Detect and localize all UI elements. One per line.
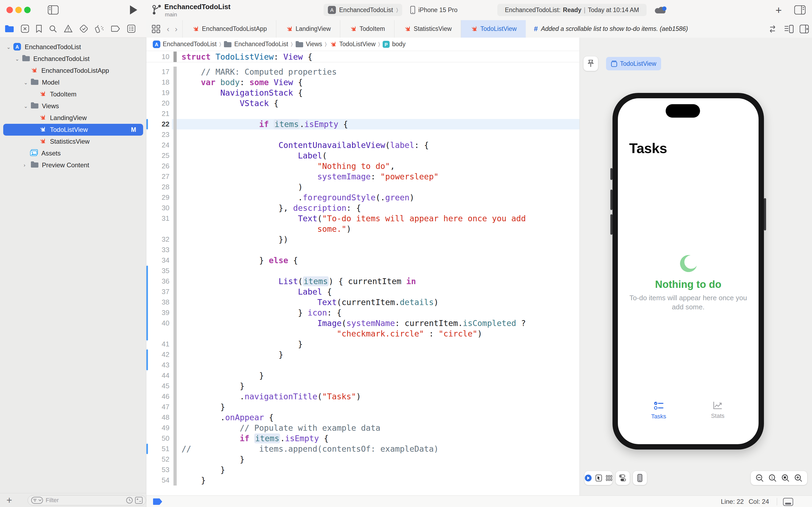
breadcrumb-item-body[interactable]: Pbody [383, 41, 405, 48]
sidebar-item-LandingView[interactable]: LandingView [0, 112, 147, 124]
code-line-35[interactable]: 35 [147, 266, 579, 276]
zoom-in-icon[interactable] [794, 474, 802, 482]
run-button[interactable] [129, 5, 137, 15]
sidebar-item-Assets[interactable]: Assets [0, 148, 147, 159]
code-line-49[interactable]: 49 // Populate with example data [147, 423, 579, 433]
related-items-icon[interactable] [152, 25, 160, 33]
issue-navigator-icon[interactable] [64, 25, 72, 33]
run-destination-selector[interactable]: iPhone 15 Pro [406, 4, 462, 16]
project-navigator-icon[interactable] [5, 25, 14, 33]
code-line-53[interactable]: 53 } [147, 464, 579, 475]
code-line-21[interactable]: 21 [147, 109, 579, 119]
sidebar-item-EnchancedTodoList[interactable]: ⌄AEnchancedTodoList [0, 41, 147, 53]
report-navigator-icon[interactable] [127, 25, 135, 33]
code-line-51[interactable]: 51// items.append(contentsOf: exampleDat… [147, 444, 579, 454]
code-line-27[interactable]: 27 systemImage: "powersleep" [147, 171, 579, 182]
editor-tab-StatisticsView[interactable]: StatisticsView [395, 20, 461, 38]
disclosure-open-icon[interactable]: ⌄ [6, 44, 11, 50]
preview-device-button[interactable] [633, 471, 647, 485]
code-line-46[interactable]: 46 .navigationTitle("Tasks") [147, 391, 579, 402]
filter-input[interactable] [45, 497, 124, 504]
breadcrumb-item-TodoListView[interactable]: TodoListView [329, 41, 375, 48]
code-line-48[interactable]: 48 .onAppear { [147, 412, 579, 423]
code-line-41[interactable]: 41 } [147, 339, 579, 349]
breadcrumb-item-EnchancedTodoList[interactable]: AEnchancedTodoList [153, 41, 217, 48]
code-line-37[interactable]: 37 Label { [147, 287, 579, 297]
code-line-36[interactable]: 36 List(items) { currentItem in [147, 276, 579, 287]
editor-tab-LandingView[interactable]: LandingView [276, 20, 340, 38]
go-forward-button[interactable]: › [175, 24, 177, 34]
disclosure-closed-icon[interactable]: › [23, 162, 25, 168]
code-line-45[interactable]: 45 } [147, 381, 579, 391]
code-line-38[interactable]: 38 Text(currentItem.details) [147, 297, 579, 307]
add-tab-button[interactable]: + [775, 4, 781, 16]
variants-mode-button[interactable] [606, 474, 613, 482]
code-line-39[interactable]: 39 } icon: { [147, 307, 579, 318]
find-navigator-icon[interactable] [49, 25, 57, 33]
debug-navigator-icon[interactable] [95, 24, 104, 33]
sidebar-item-StatisticsView[interactable]: StatisticsView [0, 135, 147, 148]
code-line-33[interactable]: 33 [147, 245, 579, 255]
sidebar-item-Model[interactable]: ⌄Model [0, 76, 147, 88]
code-line-43[interactable]: 43 [147, 360, 579, 370]
go-back-button[interactable]: ‹ [167, 24, 169, 34]
zoom-100-icon[interactable]: 1 [768, 474, 776, 482]
test-navigator-icon[interactable] [79, 24, 88, 33]
sidebar-item-Preview-Content[interactable]: ›Preview Content [0, 159, 147, 171]
code-line-28[interactable]: 28 ) [147, 182, 579, 192]
code-line-10[interactable]: 10struct TodoListView: View { [147, 52, 579, 62]
pin-preview-button[interactable] [583, 56, 598, 71]
code-line-29[interactable]: 29 .foregroundStyle(.green) [147, 192, 579, 203]
disclosure-open-icon[interactable]: ⌄ [15, 56, 19, 62]
sidebar-item-EnchancedTodoList[interactable]: ⌄EnchancedTodoList [0, 53, 147, 65]
breakpoints-toggle-icon[interactable] [153, 498, 163, 505]
source-editor[interactable]: 10struct TodoListView: View { 17 // MARK… [147, 51, 579, 496]
code-line-24[interactable]: 24 ContentUnavailableView(label: { [147, 140, 579, 150]
code-line-17[interactable]: 17 // MARK: Computed properties [147, 67, 579, 77]
sidebar-item-Views[interactable]: ⌄Views [0, 100, 147, 112]
device-settings-button[interactable] [616, 471, 630, 485]
add-file-button[interactable]: + [6, 495, 12, 506]
sidebar-item-TodoItem[interactable]: TodoItem [0, 88, 147, 100]
code-line-26[interactable]: 26 "Nothing to do", [147, 161, 579, 171]
toggle-left-sidebar-icon[interactable] [48, 5, 59, 14]
code-line-34[interactable]: 34 } else { [147, 255, 579, 266]
sidebar-item-TodoListView[interactable]: TodoListViewM [3, 124, 143, 135]
code-line-23[interactable]: 23 [147, 129, 579, 140]
breadcrumb-item-Views[interactable]: Views [295, 41, 322, 48]
phone-tab-Tasks[interactable]: Tasks [637, 401, 680, 420]
code-line-42[interactable]: 42 } [147, 349, 579, 360]
activity-status[interactable]: EnchancedTodoList: Ready | Today at 10:1… [497, 4, 647, 16]
code-line-wrap[interactable]: "checkmark.circle" : "circle") [147, 328, 579, 339]
code-line-25[interactable]: 25 Label( [147, 150, 579, 161]
code-line-18[interactable]: 18 var body: some View { [147, 77, 579, 88]
preview-target-chip[interactable]: TodoListView [606, 57, 661, 70]
phone-screen[interactable]: Tasks Nothing to do To-do items will app… [618, 98, 759, 444]
disclosure-open-icon[interactable]: ⌄ [23, 103, 28, 109]
filter-field[interactable] [27, 495, 146, 505]
sidebar-item-EnchancedTodoListApp[interactable]: EnchancedTodoListApp [0, 65, 147, 76]
live-preview-button[interactable] [585, 474, 592, 482]
toggle-right-sidebar-icon[interactable] [794, 5, 806, 14]
breadcrumb-item-EnchancedTodoList[interactable]: EnchancedTodoList [224, 41, 288, 48]
source-control-navigator-icon[interactable] [21, 25, 29, 33]
editor-tab-EnchancedTodoListApp[interactable]: EnchancedTodoListApp [183, 20, 276, 38]
editor-only-layout-icon[interactable] [783, 498, 793, 506]
close-window-button[interactable] [6, 7, 13, 13]
code-line-52[interactable]: 52 } [147, 454, 579, 464]
commit-tab[interactable]: # Added a scrollable list to show to-do … [526, 20, 696, 38]
minimize-window-button[interactable] [15, 7, 22, 13]
code-line-32[interactable]: 32 }) [147, 234, 579, 245]
selectable-mode-button[interactable] [595, 474, 602, 482]
add-editor-icon[interactable] [800, 25, 809, 33]
code-line-22[interactable]: 22 if items.isEmpty { [147, 119, 579, 129]
code-review-icon[interactable] [768, 25, 777, 33]
code-line-20[interactable]: 20 VStack { [147, 98, 579, 109]
code-line-31[interactable]: 31 Text("To-do items will appear here on… [147, 213, 579, 224]
code-line-47[interactable]: 47 } [147, 402, 579, 412]
code-line-50[interactable]: 50 if items.isEmpty { [147, 433, 579, 444]
code-line-54[interactable]: 54 } [147, 475, 579, 486]
disclosure-open-icon[interactable]: ⌄ [23, 79, 28, 86]
zoom-window-button[interactable] [24, 7, 31, 13]
code-line-44[interactable]: 44 } [147, 370, 579, 381]
